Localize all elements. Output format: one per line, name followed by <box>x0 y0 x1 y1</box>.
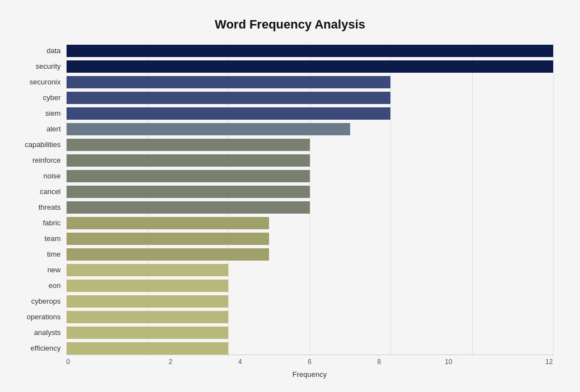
bar-fill <box>67 170 310 182</box>
bar-label: cancel <box>16 187 67 196</box>
bar-label: siem <box>16 109 67 117</box>
bar-row: time <box>67 247 553 262</box>
bar-row: efficiency <box>67 341 553 356</box>
x-tick: 0 <box>67 358 136 366</box>
bar-track <box>67 170 553 182</box>
bar-fill <box>67 123 351 135</box>
bar-fill <box>67 217 270 229</box>
bar-fill <box>67 45 553 57</box>
chart-title: Word Frequency Analysis <box>27 17 553 32</box>
bar-row: analysts <box>67 325 553 341</box>
bar-fill <box>67 233 270 245</box>
bar-track <box>67 280 553 292</box>
x-axis: 024681012 Frequency <box>67 355 553 379</box>
bar-track <box>67 201 553 214</box>
bar-label: securonix <box>16 78 67 86</box>
bar-fill <box>67 154 310 167</box>
bar-track <box>67 311 553 323</box>
bar-label: efficiency <box>16 344 67 352</box>
bar-row: operations <box>67 309 553 325</box>
bar-row: capabilities <box>67 137 553 153</box>
x-tick: 4 <box>205 358 275 366</box>
bar-fill <box>67 280 229 292</box>
chart-area: datasecuritysecuronixcybersiemalertcapab… <box>67 43 553 356</box>
bar-row: threats <box>67 200 553 215</box>
bar-row: new <box>67 262 553 278</box>
bar-label: reinforce <box>16 156 67 164</box>
bar-track <box>67 107 553 120</box>
bar-track <box>67 264 553 276</box>
bars-container: datasecuritysecuronixcybersiemalertcapab… <box>67 43 553 356</box>
bar-label: time <box>16 250 67 258</box>
bar-row: reinforce <box>67 153 553 168</box>
x-tick: 6 <box>275 358 344 366</box>
bar-fill <box>67 264 229 276</box>
bar-fill <box>67 248 270 261</box>
bar-label: alert <box>16 125 67 133</box>
bar-label: eon <box>16 281 67 290</box>
bar-track <box>67 154 553 167</box>
bar-label: cyberops <box>16 297 67 305</box>
bar-row: siem <box>67 106 553 121</box>
bar-fill <box>67 107 391 120</box>
x-tick: 10 <box>414 358 483 366</box>
bar-label: operations <box>16 313 67 321</box>
bar-row: noise <box>67 168 553 184</box>
bar-label: noise <box>16 172 67 180</box>
bar-fill <box>67 295 229 308</box>
bar-fill <box>67 342 229 355</box>
bar-row: security <box>67 59 553 74</box>
bar-track <box>67 342 553 355</box>
bar-row: fabric <box>67 215 553 231</box>
bar-track <box>67 139 553 151</box>
bar-label: cyber <box>16 93 67 102</box>
x-tick: 8 <box>345 358 414 366</box>
bar-label: new <box>16 266 67 274</box>
bar-row: securonix <box>67 74 553 90</box>
x-axis-line <box>67 355 553 355</box>
bar-label: threats <box>16 203 67 211</box>
bar-row: alert <box>67 121 553 137</box>
bar-fill <box>67 311 229 323</box>
bar-track <box>67 327 553 339</box>
bar-row: cyberops <box>67 294 553 309</box>
bar-row: cyber <box>67 90 553 106</box>
bar-fill <box>67 201 310 214</box>
bar-label: fabric <box>16 219 67 227</box>
bar-fill <box>67 327 229 339</box>
bar-track <box>67 123 553 135</box>
bar-row: team <box>67 231 553 247</box>
x-tick: 12 <box>483 358 553 366</box>
x-tick: 2 <box>136 358 205 366</box>
grid-line <box>553 43 554 356</box>
bar-row: data <box>67 43 553 59</box>
chart-container: Word Frequency Analysis datasecuritysecu… <box>11 6 570 386</box>
bar-track <box>67 60 553 73</box>
x-ticks: 024681012 <box>67 358 553 366</box>
bar-track <box>67 186 553 198</box>
bar-track <box>67 92 553 104</box>
bar-track <box>67 248 553 261</box>
bar-label: data <box>16 46 67 55</box>
bar-fill <box>67 92 391 104</box>
bar-fill <box>67 60 553 73</box>
bar-track <box>67 233 553 245</box>
x-axis-label: Frequency <box>67 370 553 379</box>
bar-fill <box>67 139 310 151</box>
bar-track <box>67 45 553 57</box>
bar-row: cancel <box>67 184 553 200</box>
bar-label: team <box>16 234 67 243</box>
bar-label: security <box>16 62 67 70</box>
bar-track <box>67 295 553 308</box>
bar-label: analysts <box>16 328 67 337</box>
bar-track <box>67 76 553 88</box>
bar-track <box>67 217 553 229</box>
bar-fill <box>67 76 391 88</box>
bar-fill <box>67 186 310 198</box>
bar-row: eon <box>67 278 553 294</box>
bar-label: capabilities <box>16 140 67 149</box>
